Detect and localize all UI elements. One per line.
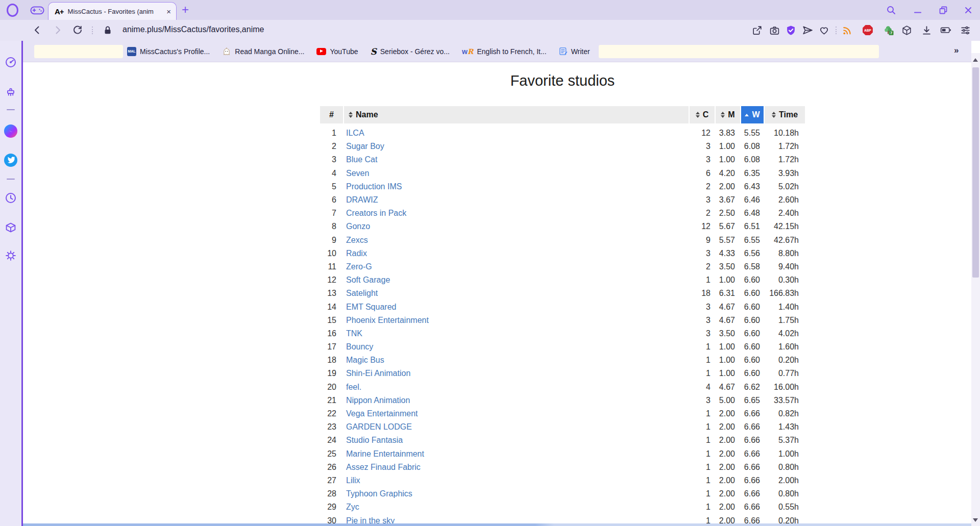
cell-name: Phoenix Entertainment <box>344 316 689 325</box>
downloads-icon[interactable] <box>921 24 932 36</box>
studio-link[interactable]: Zyc <box>346 503 359 511</box>
scroll-down-arrow-icon[interactable] <box>973 518 978 522</box>
cell-w: 6.65 <box>741 396 764 405</box>
column-header-c[interactable]: C <box>690 106 715 123</box>
vpn-shield-icon[interactable] <box>785 24 796 36</box>
scrollbar-thumb[interactable] <box>972 67 979 278</box>
studio-link[interactable]: Typhoon Graphics <box>346 489 412 498</box>
speed-dial-icon[interactable] <box>5 56 17 68</box>
cell-m: 4.67 <box>716 316 740 325</box>
column-header-name[interactable]: Name <box>344 106 689 123</box>
messenger-icon[interactable] <box>4 124 17 138</box>
extensions-cube-icon[interactable] <box>901 24 912 36</box>
vertical-scrollbar[interactable] <box>971 53 980 526</box>
studio-link[interactable]: Production IMS <box>346 182 402 191</box>
cell-w: 6.66 <box>741 463 764 472</box>
cell-name: Seven <box>344 169 689 178</box>
twitter-icon[interactable] <box>4 154 17 167</box>
cell-name: feel. <box>344 383 689 392</box>
close-window-icon[interactable] <box>963 5 974 16</box>
reload-icon[interactable] <box>72 24 83 36</box>
studio-link[interactable]: Magic Bus <box>346 356 384 364</box>
opera-menu-icon[interactable] <box>7 4 18 17</box>
rss-icon[interactable] <box>841 24 852 36</box>
cell-m: 2.00 <box>716 503 740 512</box>
screenshot-camera-icon[interactable] <box>769 24 780 36</box>
cell-c: 12 <box>690 129 715 138</box>
studio-link[interactable]: Zexcs <box>346 236 368 244</box>
browser-tab[interactable]: A+ MissCactus - Favorites (anim × <box>48 2 177 20</box>
cell-rank: 17 <box>320 342 343 352</box>
favorites-heart-icon[interactable] <box>818 24 829 36</box>
studio-link[interactable]: Nippon Animation <box>346 396 410 405</box>
cleaner-icon[interactable] <box>5 86 17 98</box>
column-header-w-sorted[interactable]: W <box>741 106 764 123</box>
cell-c: 1 <box>690 436 715 445</box>
bookmarks-overflow-chevron[interactable]: » <box>954 45 959 56</box>
tree-extension-icon[interactable]: 7 <box>883 24 894 36</box>
studio-link[interactable]: Vega Entertainment <box>346 409 418 418</box>
forward-icon[interactable] <box>52 24 63 36</box>
bookmark-seriebox[interactable]: S Seriebox - Gérez vo... <box>370 47 449 56</box>
studio-link[interactable]: DRAWIZ <box>346 195 378 204</box>
cell-w: 6.60 <box>741 289 764 298</box>
scroll-up-arrow-icon[interactable] <box>973 58 978 62</box>
tab-close-icon[interactable]: × <box>166 8 171 15</box>
studio-link[interactable]: Assez Finaud Fabric <box>346 463 421 471</box>
studio-link[interactable]: Zero-G <box>346 262 372 271</box>
lock-icon[interactable] <box>102 24 113 36</box>
cell-c: 1 <box>690 275 715 285</box>
extensions-box-icon[interactable] <box>5 221 17 234</box>
studio-link[interactable]: Phoenix Entertainment <box>346 316 429 324</box>
minimize-icon[interactable] <box>912 5 923 16</box>
cell-rank: 21 <box>320 396 343 405</box>
studio-link[interactable]: Sugar Boy <box>346 142 384 151</box>
studio-link[interactable]: Marine Entertainment <box>346 449 424 458</box>
studio-link[interactable]: Soft Garage <box>346 275 390 284</box>
studio-link[interactable]: GARDEN LODGE <box>346 422 412 431</box>
bookmark-youtube[interactable]: YouTube <box>316 47 358 56</box>
tune-settings-icon[interactable] <box>960 24 971 36</box>
new-tab-button[interactable]: + <box>182 3 189 16</box>
adblock-icon[interactable]: ABP <box>862 24 873 36</box>
cell-m: 2.00 <box>716 409 740 418</box>
cell-w: 6.55 <box>741 236 764 245</box>
column-header-time[interactable]: Time <box>765 106 805 123</box>
studio-link[interactable]: Satelight <box>346 289 378 297</box>
cell-m: 4.33 <box>716 249 740 258</box>
bookmark-writer[interactable]: Writer <box>559 47 590 56</box>
studio-link[interactable]: EMT Squared <box>346 303 396 311</box>
bookmark-misscactus-profile[interactable]: MAL MissCactus's Profile... <box>127 47 210 56</box>
cell-time: 42.67h <box>765 236 805 245</box>
cell-rank: 4 <box>320 169 343 178</box>
battery-icon[interactable] <box>940 24 951 36</box>
studio-link[interactable]: Studio Fantasia <box>346 436 403 444</box>
restore-icon[interactable] <box>938 5 949 16</box>
send-flow-icon[interactable] <box>801 24 813 36</box>
bookmark-read-manga[interactable]: Read Manga Online... <box>222 47 304 56</box>
cell-time: 1.60h <box>765 342 805 352</box>
studio-link[interactable]: TNK <box>346 329 362 338</box>
settings-gear-icon[interactable] <box>5 249 17 262</box>
history-clock-icon[interactable] <box>5 192 17 204</box>
studio-link[interactable]: Blue Cat <box>346 155 377 164</box>
studio-link[interactable]: ILCA <box>346 129 364 137</box>
studio-link[interactable]: Lilix <box>346 476 360 485</box>
studio-link[interactable]: Radix <box>346 249 367 258</box>
gamepad-icon[interactable] <box>30 4 45 16</box>
cell-rank: 5 <box>320 182 343 191</box>
studio-link[interactable]: Shin-Ei Animation <box>346 369 410 378</box>
studio-link[interactable]: Seven <box>346 169 369 178</box>
studio-link[interactable]: Gonzo <box>346 222 370 231</box>
search-icon[interactable] <box>886 5 897 16</box>
studio-link[interactable]: Bouncy <box>346 342 373 351</box>
bookmark-wordreference[interactable]: wR English to French, It... <box>462 47 547 56</box>
share-icon[interactable] <box>751 24 763 36</box>
column-header-m[interactable]: M <box>716 106 740 123</box>
studio-link[interactable]: feel. <box>346 383 361 391</box>
cell-name: Lilix <box>344 476 689 485</box>
studio-link[interactable]: Creators in Pack <box>346 209 406 217</box>
url-field[interactable]: anime.plus/MissCactus/favorites,anime <box>122 25 264 34</box>
back-icon[interactable] <box>32 24 43 36</box>
cell-rank: 7 <box>320 209 343 218</box>
